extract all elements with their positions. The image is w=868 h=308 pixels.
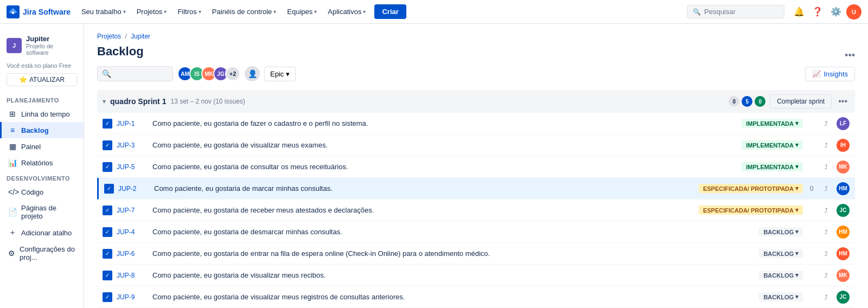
issue-title[interactable]: Como paciente, eu gostaria de receber me…: [152, 206, 694, 214]
sidebar-item-code[interactable]: </> Código: [0, 184, 84, 200]
status-badge[interactable]: BACKLOG: [759, 227, 803, 236]
issue-title[interactable]: Como paciente, eu gostaria de entrar na …: [152, 249, 755, 258]
issue-id[interactable]: JUP-9: [117, 293, 148, 301]
settings-icon[interactable]: ⚙️: [828, 4, 844, 20]
status-badge[interactable]: ESPECIFICADA/ PROTOTIPADA: [699, 206, 803, 215]
sidebar-item-label: Código: [21, 188, 43, 196]
issue-action-link[interactable]: ⤴: [820, 118, 832, 130]
issue-type-icon: ✓: [104, 184, 114, 194]
issue-title[interactable]: Como paciente, eu gostaria de visualizar…: [152, 141, 737, 149]
user-avatar[interactable]: U: [846, 4, 861, 20]
sidebar-item-timeline[interactable]: ⊞ Linha do tempo: [0, 106, 84, 122]
app-logo[interactable]: Jira Software: [7, 5, 71, 18]
issue-title[interactable]: Como paciente, eu gostaria de visualizar…: [152, 293, 755, 301]
issue-actions: ⤴: [820, 291, 832, 303]
issue-id[interactable]: JUP-1: [117, 120, 148, 127]
insights-button[interactable]: 📈 Insights: [805, 67, 855, 81]
nav-aplicativos[interactable]: Aplicativos: [323, 4, 370, 19]
assignee-avatar[interactable]: MK: [837, 269, 850, 282]
assignee-avatar[interactable]: IH: [837, 139, 850, 152]
issue-id[interactable]: JUP-8: [117, 272, 148, 279]
issue-id[interactable]: JUP-6: [117, 250, 148, 258]
issue-actions: ⤴: [820, 226, 832, 238]
issue-actions: ⤴: [820, 118, 832, 130]
person-filter-icon[interactable]: 👤: [245, 66, 260, 81]
assignee-avatar[interactable]: JC: [837, 204, 850, 217]
nav-seu-trabalho[interactable]: Seu trabalho: [77, 4, 130, 19]
chevron-down-icon: [273, 9, 276, 15]
issue-action-link[interactable]: ⤴: [820, 161, 832, 173]
backlog-search[interactable]: 🔍: [97, 66, 173, 81]
issue-row: ✓ JUP-9 Como paciente, eu gostaria de vi…: [97, 286, 855, 308]
assignee-avatar[interactable]: HM: [837, 247, 850, 260]
notifications-icon[interactable]: 🔔: [791, 4, 807, 20]
sidebar-item-board[interactable]: ▦ Painel: [0, 138, 84, 155]
issue-action-link[interactable]: ⤴: [820, 204, 832, 216]
sidebar: J Jupiter Projeto de software Você está …: [0, 24, 84, 308]
nav-filtros[interactable]: Filtros: [173, 4, 205, 19]
issue-action-link[interactable]: ⤴: [820, 139, 832, 151]
status-badge[interactable]: ESPECIFICADA/ PROTOTIPADA: [699, 184, 803, 193]
breadcrumb-projects[interactable]: Projetos: [97, 33, 121, 40]
upgrade-button[interactable]: ⭐ ATUALIZAR: [7, 73, 77, 86]
status-badge[interactable]: BACKLOG: [759, 292, 803, 301]
issue-id[interactable]: JUP-7: [117, 207, 148, 214]
status-badge[interactable]: BACKLOG: [759, 249, 803, 258]
issue-title[interactable]: Como paciente, eu gostaria de marcar min…: [154, 184, 694, 193]
status-badge[interactable]: IMPLEMENTADA: [742, 119, 803, 128]
issue-id[interactable]: JUP-4: [117, 228, 148, 236]
issue-row: ✓ JUP-8 Como paciente, eu gostaria de vi…: [97, 265, 855, 286]
status-badge[interactable]: IMPLEMENTADA: [742, 140, 803, 150]
sidebar-item-backlog[interactable]: ≡ Backlog: [0, 122, 84, 138]
issue-id[interactable]: JUP-3: [117, 142, 148, 149]
status-chevron-icon: [795, 293, 799, 300]
issue-action-link[interactable]: ⤴: [820, 291, 832, 303]
issue-action-link[interactable]: ⤴: [820, 248, 832, 260]
issue-id[interactable]: JUP-2: [118, 185, 150, 193]
help-icon[interactable]: ❓: [809, 4, 826, 20]
issue-id[interactable]: JUP-5: [117, 163, 148, 171]
assignee-avatar[interactable]: LF: [837, 117, 850, 130]
nav-projetos[interactable]: Projetos: [132, 4, 171, 19]
sidebar-item-add-shortcut[interactable]: ＋ Adicionar atalho: [0, 224, 84, 241]
timeline-icon: ⊞: [8, 110, 17, 118]
create-button[interactable]: Criar: [374, 4, 406, 19]
status-badge[interactable]: IMPLEMENTADA: [742, 162, 803, 171]
issue-title[interactable]: Como paciente, eu gostaria de visualizar…: [152, 271, 755, 279]
status-badge[interactable]: BACKLOG: [759, 271, 803, 280]
avatar-more[interactable]: +2: [225, 66, 240, 81]
assignee-avatar[interactable]: MK: [837, 161, 850, 174]
sprint-more-button[interactable]: •••: [836, 97, 850, 106]
complete-sprint-button[interactable]: Completar sprint: [770, 94, 832, 108]
pages-icon: 📄: [8, 208, 17, 216]
issue-title[interactable]: Como paciente, eu gostaria de consultar …: [152, 163, 737, 171]
chevron-down-icon: [164, 9, 167, 15]
issue-action-link[interactable]: ⤴: [820, 183, 832, 195]
issue-type-icon: ✓: [103, 292, 112, 302]
assignee-avatar[interactable]: HM: [837, 182, 850, 195]
assignee-avatar[interactable]: HM: [837, 226, 850, 239]
assignee-avatar[interactable]: JC: [837, 291, 850, 304]
status-chevron-icon: [795, 207, 799, 214]
sidebar-item-reports[interactable]: 📊 Relatórios: [0, 155, 84, 171]
sidebar-item-label: Páginas de projeto: [21, 204, 77, 220]
sidebar-item-settings[interactable]: ⚙ Configurações do proj...: [0, 241, 84, 265]
breadcrumb-project[interactable]: Jupiter: [131, 33, 150, 40]
search-input[interactable]: [113, 70, 168, 78]
nav-equipes[interactable]: Equipes: [283, 4, 321, 19]
sprint-badges: 0 5 0: [729, 96, 765, 107]
more-options-button[interactable]: •••: [845, 50, 855, 61]
issue-action-link[interactable]: ⤴: [820, 270, 832, 281]
nav-paineis[interactable]: Painéis de controle: [208, 4, 281, 19]
issue-actions: ⤴: [820, 183, 832, 195]
issue-title[interactable]: Como paciente, eu gostaria de fazer o ca…: [152, 119, 737, 127]
issue-row: ✓ JUP-7 Como paciente, eu gostaria de re…: [97, 200, 855, 221]
sidebar-item-project-pages[interactable]: 📄 Páginas de projeto: [0, 200, 84, 224]
epic-filter-button[interactable]: Epic: [264, 67, 296, 81]
issue-type-icon: ✓: [103, 227, 112, 237]
free-badge: Você está no plano Free: [7, 62, 77, 69]
issue-action-link[interactable]: ⤴: [820, 226, 832, 238]
issue-title[interactable]: Como paciente, eu gostaria de desmarcar …: [152, 228, 755, 236]
sprint-header[interactable]: quadro Sprint 1 13 set – 2 nov (10 issue…: [97, 90, 855, 113]
search-bar[interactable]: 🔍 Pesquisar: [687, 5, 784, 18]
